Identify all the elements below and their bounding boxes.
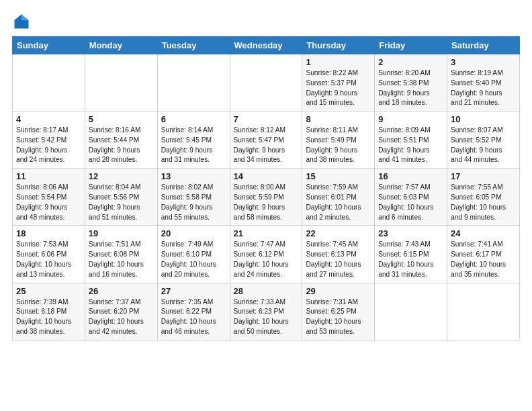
calendar-row-3: 18Sunrise: 7:53 AM Sunset: 6:06 PM Dayli… (13, 226, 520, 283)
calendar-cell: 26Sunrise: 7:37 AM Sunset: 6:20 PM Dayli… (85, 283, 157, 340)
calendar-cell: 25Sunrise: 7:39 AM Sunset: 6:18 PM Dayli… (13, 283, 85, 340)
day-number: 27 (161, 286, 226, 296)
day-number: 8 (306, 114, 371, 124)
weekday-header-row: SundayMondayTuesdayWednesdayThursdayFrid… (13, 37, 520, 54)
calendar-cell: 10Sunrise: 8:07 AM Sunset: 5:52 PM Dayli… (447, 111, 520, 169)
day-number: 11 (16, 171, 81, 181)
day-info: Sunrise: 7:33 AM Sunset: 6:23 PM Dayligh… (234, 298, 299, 337)
day-number: 5 (89, 114, 154, 124)
svg-marker-1 (21, 15, 29, 21)
day-number: 6 (161, 114, 226, 124)
day-info: Sunrise: 8:14 AM Sunset: 5:45 PM Dayligh… (161, 126, 226, 165)
calendar-cell: 23Sunrise: 7:43 AM Sunset: 6:15 PM Dayli… (375, 226, 447, 283)
calendar-cell (375, 283, 447, 340)
calendar-cell: 19Sunrise: 7:51 AM Sunset: 6:08 PM Dayli… (85, 226, 157, 283)
day-number: 28 (234, 286, 299, 296)
day-info: Sunrise: 8:09 AM Sunset: 5:51 PM Dayligh… (378, 126, 443, 165)
day-number: 20 (161, 228, 226, 238)
day-info: Sunrise: 8:02 AM Sunset: 5:58 PM Dayligh… (161, 183, 226, 222)
calendar-cell: 18Sunrise: 7:53 AM Sunset: 6:06 PM Dayli… (13, 226, 85, 283)
day-number: 2 (378, 57, 443, 67)
day-info: Sunrise: 8:07 AM Sunset: 5:52 PM Dayligh… (451, 126, 516, 165)
day-number: 13 (161, 171, 226, 181)
calendar-cell (447, 283, 520, 340)
day-info: Sunrise: 7:45 AM Sunset: 6:13 PM Dayligh… (306, 240, 371, 279)
calendar-cell: 7Sunrise: 8:12 AM Sunset: 5:47 PM Daylig… (230, 111, 302, 169)
calendar-cell: 11Sunrise: 8:06 AM Sunset: 5:54 PM Dayli… (13, 169, 85, 226)
logo (12, 12, 34, 31)
svg-marker-2 (15, 15, 22, 21)
day-info: Sunrise: 8:12 AM Sunset: 5:47 PM Dayligh… (234, 126, 299, 165)
calendar-cell (157, 54, 230, 111)
day-info: Sunrise: 8:04 AM Sunset: 5:56 PM Dayligh… (89, 183, 154, 222)
day-info: Sunrise: 7:31 AM Sunset: 6:25 PM Dayligh… (306, 298, 371, 337)
weekday-header-thursday: Thursday (302, 37, 375, 54)
calendar-cell: 17Sunrise: 7:55 AM Sunset: 6:05 PM Dayli… (447, 169, 520, 226)
day-number: 3 (451, 57, 516, 67)
day-info: Sunrise: 8:19 AM Sunset: 5:40 PM Dayligh… (451, 68, 516, 108)
day-info: Sunrise: 7:51 AM Sunset: 6:08 PM Dayligh… (89, 240, 154, 279)
day-info: Sunrise: 7:53 AM Sunset: 6:06 PM Dayligh… (16, 240, 81, 279)
weekday-header-saturday: Saturday (447, 37, 520, 54)
header (12, 12, 520, 31)
day-number: 7 (234, 114, 299, 124)
day-info: Sunrise: 8:06 AM Sunset: 5:54 PM Dayligh… (16, 183, 81, 222)
calendar-row-2: 11Sunrise: 8:06 AM Sunset: 5:54 PM Dayli… (13, 169, 520, 226)
day-info: Sunrise: 7:35 AM Sunset: 6:22 PM Dayligh… (161, 298, 226, 337)
day-info: Sunrise: 7:57 AM Sunset: 6:03 PM Dayligh… (378, 183, 443, 222)
calendar-row-1: 4Sunrise: 8:17 AM Sunset: 5:42 PM Daylig… (13, 111, 520, 169)
day-number: 4 (16, 114, 81, 124)
logo-icon (12, 12, 31, 31)
day-info: Sunrise: 8:16 AM Sunset: 5:44 PM Dayligh… (89, 126, 154, 165)
calendar-cell: 2Sunrise: 8:20 AM Sunset: 5:38 PM Daylig… (375, 54, 447, 111)
day-number: 26 (89, 286, 154, 296)
day-info: Sunrise: 7:47 AM Sunset: 6:12 PM Dayligh… (234, 240, 299, 279)
day-number: 17 (451, 171, 516, 181)
day-number: 24 (451, 228, 516, 238)
day-info: Sunrise: 8:17 AM Sunset: 5:42 PM Dayligh… (16, 126, 81, 165)
calendar-cell: 27Sunrise: 7:35 AM Sunset: 6:22 PM Dayli… (157, 283, 230, 340)
calendar-cell: 24Sunrise: 7:41 AM Sunset: 6:17 PM Dayli… (447, 226, 520, 283)
weekday-header-tuesday: Tuesday (157, 37, 230, 54)
calendar-cell: 9Sunrise: 8:09 AM Sunset: 5:51 PM Daylig… (375, 111, 447, 169)
day-number: 25 (16, 286, 81, 296)
calendar-cell: 4Sunrise: 8:17 AM Sunset: 5:42 PM Daylig… (13, 111, 85, 169)
day-info: Sunrise: 8:20 AM Sunset: 5:38 PM Dayligh… (378, 68, 443, 108)
day-info: Sunrise: 8:00 AM Sunset: 5:59 PM Dayligh… (234, 183, 299, 222)
calendar-cell (13, 54, 85, 111)
calendar-cell: 6Sunrise: 8:14 AM Sunset: 5:45 PM Daylig… (157, 111, 230, 169)
day-info: Sunrise: 7:37 AM Sunset: 6:20 PM Dayligh… (89, 298, 154, 337)
day-number: 19 (89, 228, 154, 238)
calendar-cell: 13Sunrise: 8:02 AM Sunset: 5:58 PM Dayli… (157, 169, 230, 226)
day-info: Sunrise: 7:43 AM Sunset: 6:15 PM Dayligh… (378, 240, 443, 279)
calendar-cell (85, 54, 157, 111)
calendar-cell: 29Sunrise: 7:31 AM Sunset: 6:25 PM Dayli… (302, 283, 375, 340)
day-number: 23 (378, 228, 443, 238)
day-number: 14 (234, 171, 299, 181)
calendar-cell: 5Sunrise: 8:16 AM Sunset: 5:44 PM Daylig… (85, 111, 157, 169)
weekday-header-friday: Friday (375, 37, 447, 54)
day-info: Sunrise: 7:55 AM Sunset: 6:05 PM Dayligh… (451, 183, 516, 222)
day-number: 21 (234, 228, 299, 238)
day-number: 15 (306, 171, 371, 181)
day-info: Sunrise: 8:22 AM Sunset: 5:37 PM Dayligh… (306, 68, 371, 108)
calendar-cell: 8Sunrise: 8:11 AM Sunset: 5:49 PM Daylig… (302, 111, 375, 169)
day-number: 1 (306, 57, 371, 67)
weekday-header-wednesday: Wednesday (230, 37, 302, 54)
day-info: Sunrise: 7:59 AM Sunset: 6:01 PM Dayligh… (306, 183, 371, 222)
calendar-cell: 21Sunrise: 7:47 AM Sunset: 6:12 PM Dayli… (230, 226, 302, 283)
day-number: 9 (378, 114, 443, 124)
day-number: 18 (16, 228, 81, 238)
calendar-cell: 12Sunrise: 8:04 AM Sunset: 5:56 PM Dayli… (85, 169, 157, 226)
calendar-cell: 3Sunrise: 8:19 AM Sunset: 5:40 PM Daylig… (447, 54, 520, 111)
calendar-table: SundayMondayTuesdayWednesdayThursdayFrid… (12, 36, 520, 340)
calendar-cell: 20Sunrise: 7:49 AM Sunset: 6:10 PM Dayli… (157, 226, 230, 283)
calendar-cell: 1Sunrise: 8:22 AM Sunset: 5:37 PM Daylig… (302, 54, 375, 111)
weekday-header-monday: Monday (85, 37, 157, 54)
day-number: 16 (378, 171, 443, 181)
day-number: 10 (451, 114, 516, 124)
day-number: 22 (306, 228, 371, 238)
day-info: Sunrise: 8:11 AM Sunset: 5:49 PM Dayligh… (306, 126, 371, 165)
day-number: 29 (306, 286, 371, 296)
calendar-row-0: 1Sunrise: 8:22 AM Sunset: 5:37 PM Daylig… (13, 54, 520, 111)
